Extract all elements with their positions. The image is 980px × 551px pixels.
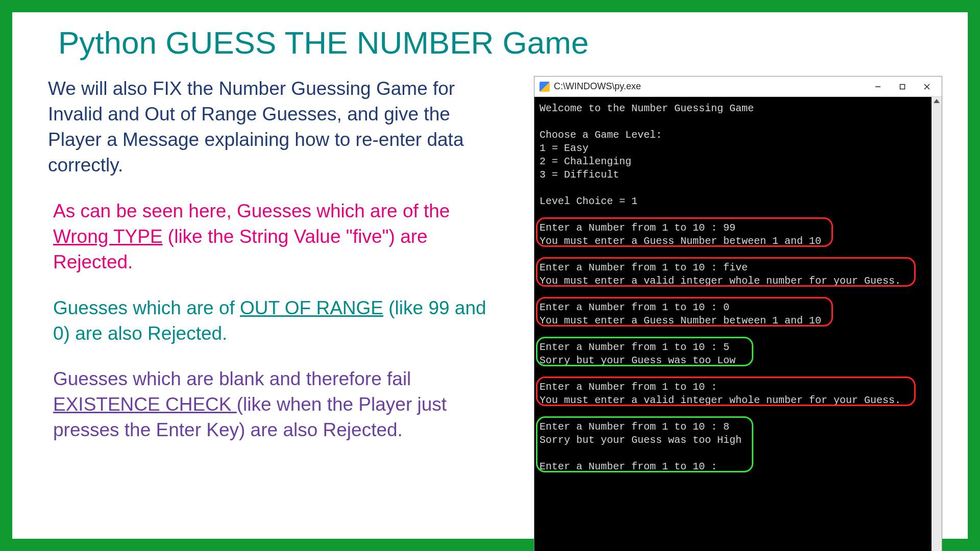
window-title: C:\WINDOWS\py.exe xyxy=(554,81,866,92)
underline-out-of-range: OUT OF RANGE xyxy=(240,297,383,318)
paragraph-existence-check: Guesses which are blank and therefore fa… xyxy=(53,366,498,443)
console-line: Enter a Number from 1 to 10 : 5 xyxy=(540,341,729,353)
console-line: 2 = Challenging xyxy=(540,156,631,167)
console-body-wrap: Welcome to the Number Guessing Game Choo… xyxy=(534,97,942,551)
text-run: As can be seen here, Guesses which are o… xyxy=(53,201,450,221)
console-line: Enter a Number from 1 to 10 : xyxy=(540,381,717,393)
console-line: Sorry but your Guess was too Low xyxy=(540,355,736,366)
left-text-column: We will also FIX the Number Guessing Gam… xyxy=(48,76,498,551)
columns: We will also FIX the Number Guessing Gam… xyxy=(48,76,942,551)
console-line: Enter a Number from 1 to 10 : xyxy=(540,461,717,472)
paragraph-out-of-range: Guesses which are of OUT OF RANGE (like … xyxy=(53,295,498,346)
underline-wrong-type: Wrong TYPE xyxy=(53,226,163,247)
svg-rect-1 xyxy=(900,84,905,89)
close-icon xyxy=(923,83,930,90)
scroll-up-icon xyxy=(934,99,940,103)
console-line: You must enter a valid integer whole num… xyxy=(540,275,901,287)
right-column: C:\WINDOWS\py.exe xyxy=(513,76,942,551)
console-line: Enter a Number from 1 to 10 : 0 xyxy=(540,302,729,313)
text-run: Guesses which are of xyxy=(53,297,240,318)
console-line: You must enter a valid integer whole num… xyxy=(540,394,901,406)
console-line: Sorry but your Guess was too High xyxy=(540,434,742,446)
console-window: C:\WINDOWS\py.exe xyxy=(534,76,942,551)
text-run: Guesses which are blank and therefore fa… xyxy=(53,368,411,389)
underline-existence-check: EXISTENCE CHECK xyxy=(53,394,237,415)
vertical-scrollbar[interactable] xyxy=(932,97,942,551)
close-button[interactable] xyxy=(915,79,939,95)
window-titlebar: C:\WINDOWS\py.exe xyxy=(534,77,942,97)
python-icon xyxy=(540,82,550,92)
console-line: You must enter a Guess Number between 1 … xyxy=(540,235,821,247)
console-line: Enter a Number from 1 to 10 : 99 xyxy=(540,222,736,234)
console-line: 1 = Easy xyxy=(540,142,589,154)
slide-frame: Python GUESS THE NUMBER Game We will als… xyxy=(0,0,980,551)
minimize-icon xyxy=(874,83,881,90)
maximize-button[interactable] xyxy=(891,79,914,95)
console-line: You must enter a Guess Number between 1 … xyxy=(540,315,821,327)
console-line: Enter a Number from 1 to 10 : five xyxy=(540,262,748,273)
console-line: Choose a Game Level: xyxy=(540,129,662,141)
maximize-icon xyxy=(899,83,906,90)
paragraph-intro: We will also FIX the Number Guessing Gam… xyxy=(48,76,498,178)
console-line: Enter a Number from 1 to 10 : 8 xyxy=(540,421,729,433)
console-output: Welcome to the Number Guessing Game Choo… xyxy=(534,97,932,551)
console-line: 3 = Difficult xyxy=(540,169,619,181)
minimize-button[interactable] xyxy=(866,79,890,95)
console-line: Welcome to the Number Guessing Game xyxy=(540,103,754,114)
window-controls xyxy=(866,79,939,95)
console-line: Level Choice = 1 xyxy=(540,195,638,207)
slide-content: Python GUESS THE NUMBER Game We will als… xyxy=(12,12,968,539)
paragraph-wrong-type: As can be seen here, Guesses which are o… xyxy=(53,198,498,275)
page-title: Python GUESS THE NUMBER Game xyxy=(58,24,942,61)
